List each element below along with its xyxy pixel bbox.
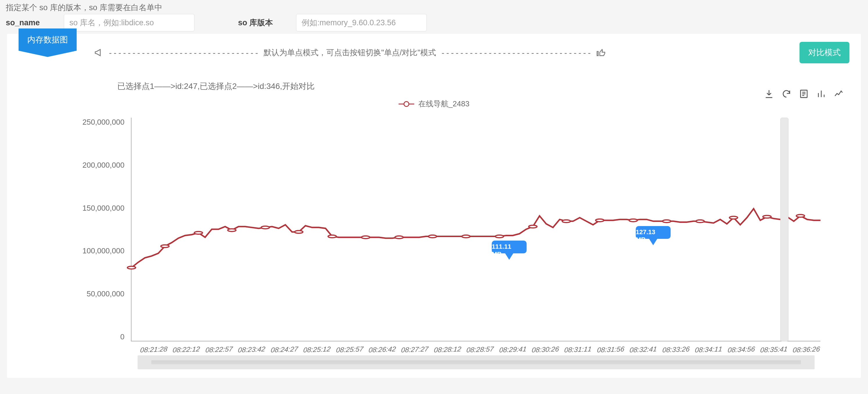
x-tick: 08:25:12	[303, 345, 331, 354]
chart-legend[interactable]: 在线导航_2483	[7, 92, 861, 118]
x-tick: 08:28:12	[433, 345, 462, 354]
svg-point-7	[328, 235, 336, 238]
svg-point-11	[462, 235, 470, 238]
x-tick: 08:26:42	[368, 345, 396, 354]
svg-point-19	[729, 216, 737, 219]
download-icon[interactable]	[764, 89, 774, 99]
svg-point-18	[696, 220, 704, 223]
svg-point-10	[428, 235, 436, 238]
svg-point-9	[395, 236, 403, 238]
mode-dash-left: --------------------------------	[108, 48, 259, 57]
svg-point-2	[161, 245, 169, 248]
mode-dash-right: --------------------------------	[441, 48, 592, 57]
so-name-label: so_name	[6, 18, 43, 27]
svg-point-14	[562, 220, 570, 223]
x-tick: 08:24:27	[270, 345, 299, 354]
x-tick: 08:27:27	[401, 345, 429, 354]
x-tick: 08:36:26	[793, 345, 821, 354]
svg-point-20	[763, 215, 771, 218]
svg-point-15	[595, 219, 603, 222]
bar-chart-icon[interactable]	[816, 89, 826, 99]
x-tick: 08:31:11	[564, 345, 592, 354]
mode-note-text: 默认为单点模式，可点击按钮切换"单点/对比"模式	[264, 47, 436, 58]
data-zoom-scrubber[interactable]	[137, 355, 814, 369]
data-view-icon[interactable]	[799, 89, 809, 99]
x-tick: 08:22:12	[173, 345, 200, 354]
so-version-label: so 库版本	[238, 18, 276, 28]
y-axis: 250,000,000200,000,000150,000,000100,000…	[83, 118, 131, 341]
svg-point-8	[362, 236, 370, 238]
x-tick: 08:21:28	[140, 345, 168, 354]
x-axis: 08:21:2808:22:1208:22:5708:23:4208:24:27…	[6, 341, 862, 354]
legend-series-label: 在线导航_2483	[418, 99, 469, 109]
x-tick: 08:25:57	[336, 345, 364, 354]
svg-point-4	[227, 229, 236, 231]
x-tick: 08:35:41	[760, 345, 788, 354]
x-tick: 08:34:56	[727, 345, 755, 354]
x-tick: 08:31:56	[596, 345, 625, 354]
x-tick: 08:29:41	[499, 345, 527, 354]
megaphone-icon	[94, 48, 103, 57]
so-name-input[interactable]	[64, 14, 194, 31]
x-tick: 08:34:11	[695, 345, 723, 354]
y-tick: 150,000,000	[83, 204, 125, 213]
y-tick: 200,000,000	[83, 161, 125, 170]
refresh-icon[interactable]	[781, 89, 792, 99]
data-zoom-handle[interactable]	[780, 118, 788, 341]
line-chart-icon[interactable]	[834, 89, 844, 99]
so-version-input[interactable]	[296, 14, 427, 31]
svg-point-6	[294, 231, 303, 233]
svg-point-16	[629, 219, 637, 222]
svg-point-3	[194, 232, 202, 234]
svg-point-1	[127, 266, 135, 269]
x-tick: 08:28:57	[466, 345, 494, 354]
x-tick: 08:32:41	[629, 345, 657, 354]
svg-point-5	[261, 226, 269, 229]
x-tick: 08:23:42	[238, 345, 266, 354]
x-tick: 08:30:26	[531, 345, 559, 354]
so-filter-form: 指定某个 so 库的版本，so 库需要在白名单中 so_name so 库版本	[0, 0, 868, 34]
chart-plot-area[interactable]: 111.11 MB127.13 MB	[131, 118, 820, 341]
selection-subtitle: 已选择点1——>id:247,已选择点2——>id:346,开始对比	[7, 63, 861, 92]
y-tick: 50,000,000	[87, 289, 124, 299]
compare-mode-button[interactable]: 对比模式	[800, 42, 849, 63]
svg-point-17	[662, 220, 671, 223]
memory-chart-card: 内存数据图 -------------------------------- 默…	[7, 34, 861, 378]
x-tick: 08:22:57	[205, 345, 233, 354]
y-tick: 100,000,000	[83, 246, 125, 255]
y-tick: 0	[120, 332, 124, 341]
x-tick: 08:33:26	[662, 345, 690, 354]
svg-point-13	[529, 225, 537, 228]
svg-point-21	[796, 215, 804, 217]
legend-marker-icon	[399, 101, 414, 107]
form-hint-text: 指定某个 so 库的版本，so 库需要在白名单中	[6, 2, 862, 14]
thumbs-up-icon	[596, 48, 606, 57]
y-tick: 250,000,000	[83, 118, 125, 127]
chart-toolbox	[764, 89, 844, 99]
